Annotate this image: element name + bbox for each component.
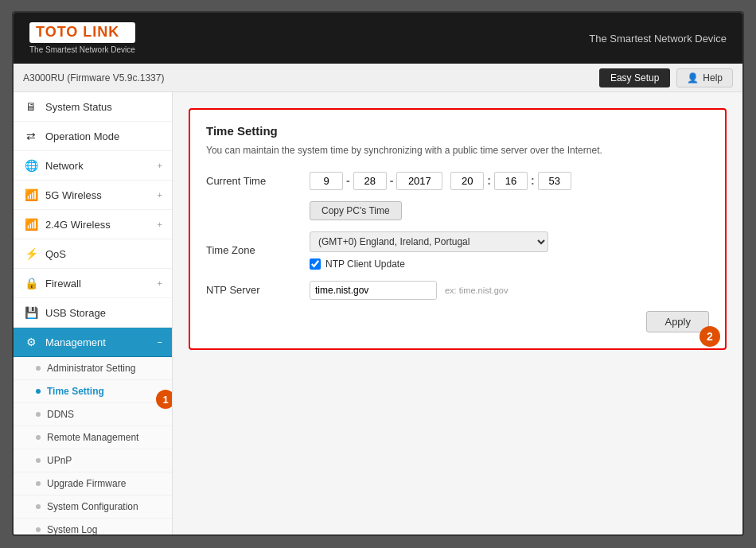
sidebar-label-management: Management xyxy=(45,336,106,348)
ntp-checkbox-row: NTP Client Update xyxy=(310,258,548,270)
sidebar-item-network[interactable]: 🌐 Network + xyxy=(14,151,172,181)
management-submenu: Administrator Setting Time Setting 1 DDN… xyxy=(14,357,172,534)
current-time-label: Current Time xyxy=(206,175,310,187)
chevron-right-5g-icon: + xyxy=(158,190,162,200)
admin-setting-label: Administrator Setting xyxy=(47,363,135,374)
year-input[interactable] xyxy=(396,172,442,190)
main-layout: 🖥 System Status ⇄ Operation Mode 🌐 Netwo… xyxy=(14,92,742,534)
usb-icon: 💾 xyxy=(23,305,39,321)
upgrade-firmware-label: Upgrade Firmware xyxy=(47,478,126,489)
lock-icon: 🔒 xyxy=(23,275,39,291)
time-fields: - - : : xyxy=(310,172,571,190)
sidebar-label-2g: 2.4G Wireless xyxy=(45,219,111,231)
chevron-right-firewall-icon: + xyxy=(158,278,162,288)
remote-mgmt-label: Remote Management xyxy=(47,432,138,443)
sep4: : xyxy=(531,174,535,187)
sidebar-item-management[interactable]: ⚙ Management − xyxy=(14,328,172,357)
dot-firmware-icon xyxy=(36,481,41,486)
sidebar-item-time-setting[interactable]: Time Setting 1 xyxy=(14,380,172,403)
sidebar: 🖥 System Status ⇄ Operation Mode 🌐 Netwo… xyxy=(14,92,173,534)
timezone-field-wrapper: (GMT+0) England, Ireland, Portugal NTP C… xyxy=(310,231,548,270)
timezone-row: Time Zone (GMT+0) England, Ireland, Port… xyxy=(206,231,709,270)
current-time-row: Current Time - - : : xyxy=(206,172,709,190)
panel-description: You can maintain the system time by sync… xyxy=(206,144,709,157)
sidebar-item-5g-wireless[interactable]: 📶 5G Wireless + xyxy=(14,181,172,210)
ntp-input-wrapper: ex: time.nist.gov xyxy=(310,281,508,300)
system-log-label: System Log xyxy=(47,524,97,534)
copy-pc-time-button[interactable]: Copy PC's Time xyxy=(310,201,402,220)
ntp-server-label: NTP Server xyxy=(206,284,310,296)
timezone-label: Time Zone xyxy=(206,244,310,256)
easy-setup-button[interactable]: Easy Setup xyxy=(599,68,670,87)
content-area: Time Setting You can maintain the system… xyxy=(173,92,742,534)
timezone-select[interactable]: (GMT+0) England, Ireland, Portugal xyxy=(310,231,548,252)
chevron-right-icon: + xyxy=(158,161,162,170)
ntp-server-input[interactable] xyxy=(310,281,437,300)
day-input[interactable] xyxy=(353,172,387,190)
chevron-down-icon: − xyxy=(158,337,162,347)
sidebar-item-upnp[interactable]: UPnP xyxy=(14,449,172,472)
second-input[interactable] xyxy=(538,172,571,190)
annotation-2: 2 xyxy=(699,326,720,347)
dot-ddns-icon xyxy=(36,412,41,417)
logo-link: LINK xyxy=(83,24,119,40)
sidebar-item-system-config[interactable]: System Configuration xyxy=(14,496,172,519)
dot-syslog-icon xyxy=(36,527,41,532)
logo-tagline: The Smartest Network Device xyxy=(29,45,135,54)
upnp-label: UPnP xyxy=(47,455,72,466)
header-tagline: The Smartest Network Device xyxy=(589,33,727,45)
sidebar-label-network: Network xyxy=(45,160,84,172)
sidebar-item-remote-mgmt[interactable]: Remote Management xyxy=(14,426,172,449)
time-setting-panel: Time Setting You can maintain the system… xyxy=(189,108,727,350)
chevron-right-2g-icon: + xyxy=(158,220,162,229)
sidebar-label-firewall: Firewall xyxy=(45,278,81,290)
dot-active-icon xyxy=(36,389,41,394)
gear-icon: ⚙ xyxy=(23,334,39,350)
sep2: - xyxy=(390,174,394,187)
sidebar-item-ddns[interactable]: DDNS xyxy=(14,403,172,426)
dot-remote-icon xyxy=(36,435,41,440)
sidebar-item-upgrade-firmware[interactable]: Upgrade Firmware xyxy=(14,472,172,496)
ntp-checkbox-label: NTP Client Update xyxy=(325,258,405,270)
header: TOTO LINK The Smartest Network Device Th… xyxy=(14,13,742,64)
sidebar-item-firewall[interactable]: 🔒 Firewall + xyxy=(14,269,172,298)
month-input[interactable] xyxy=(310,172,343,190)
arrows-icon: ⇄ xyxy=(23,128,39,144)
globe-icon: 🌐 xyxy=(23,157,39,173)
sidebar-label-qos: QoS xyxy=(45,248,66,260)
minute-input[interactable] xyxy=(494,172,528,190)
hour-input[interactable] xyxy=(450,172,484,190)
sidebar-item-system-status[interactable]: 🖥 System Status xyxy=(14,92,172,122)
logo-brand: TOTO LINK xyxy=(29,22,135,43)
sidebar-item-2g-wireless[interactable]: 📶 2.4G Wireless + xyxy=(14,210,172,239)
help-label: Help xyxy=(703,72,723,84)
sidebar-label-system-status: System Status xyxy=(45,101,112,113)
sidebar-item-admin-setting[interactable]: Administrator Setting xyxy=(14,357,172,380)
ntp-checkbox[interactable] xyxy=(310,258,321,270)
sidebar-item-usb-storage[interactable]: 💾 USB Storage xyxy=(14,298,172,328)
dot-icon xyxy=(36,366,41,371)
sidebar-item-qos[interactable]: ⚡ QoS xyxy=(14,239,172,269)
firmware-label: A3000RU (Firmware V5.9c.1337) xyxy=(23,72,164,84)
sidebar-label-5g: 5G Wireless xyxy=(45,189,102,201)
system-config-label: System Configuration xyxy=(47,501,138,512)
ntp-server-hint: ex: time.nist.gov xyxy=(445,286,508,295)
person-icon: 👤 xyxy=(687,72,699,84)
toolbar: A3000RU (Firmware V5.9c.1337) Easy Setup… xyxy=(14,64,742,92)
ntp-server-row: NTP Server ex: time.nist.gov xyxy=(206,281,709,300)
ddns-label: DDNS xyxy=(47,409,74,420)
qos-icon: ⚡ xyxy=(23,246,39,262)
toolbar-buttons: Easy Setup 👤 Help xyxy=(599,68,733,87)
logo-toto: TOTO xyxy=(36,24,78,40)
monitor-icon: 🖥 xyxy=(23,99,39,115)
dot-sysconfig-icon xyxy=(36,504,41,509)
sidebar-item-operation-mode[interactable]: ⇄ Operation Mode xyxy=(14,122,172,151)
dot-upnp-icon xyxy=(36,458,41,463)
sidebar-item-system-log[interactable]: System Log xyxy=(14,519,172,534)
panel-title: Time Setting xyxy=(206,124,709,138)
apply-button[interactable]: Apply xyxy=(646,311,709,332)
sidebar-label-operation-mode: Operation Mode xyxy=(45,130,119,142)
wifi-2g-icon: 📶 xyxy=(23,216,39,232)
help-button[interactable]: 👤 Help xyxy=(676,68,733,87)
copy-time-row: Copy PC's Time xyxy=(206,201,709,220)
